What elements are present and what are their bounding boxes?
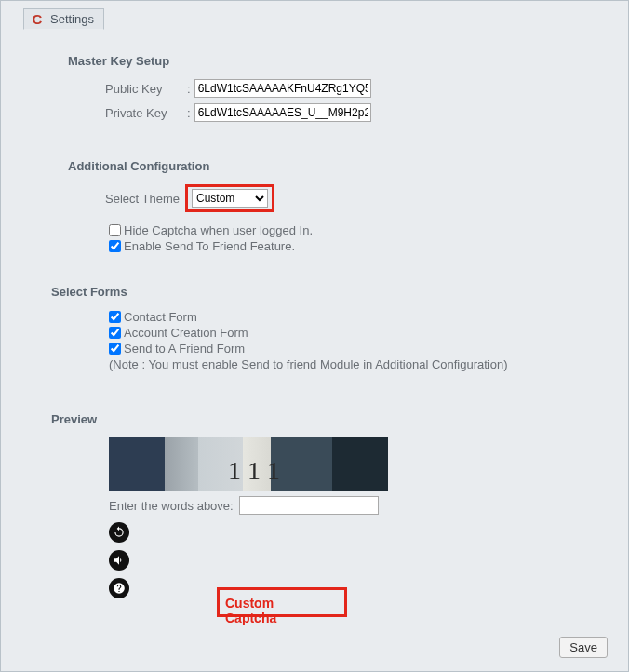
custom-captcha-callout: Custom Captcha	[217, 587, 347, 617]
enable-send-checkbox[interactable]	[109, 240, 121, 252]
preview-block: 111 Enter the words above:	[109, 437, 617, 598]
form-account-row: Account Creation Form	[109, 326, 617, 340]
form-sendfriend-checkbox[interactable]	[109, 343, 121, 355]
enter-words-row: Enter the words above:	[109, 496, 617, 515]
public-key-label: Public Key	[105, 82, 185, 96]
theme-select[interactable]: Custom	[192, 189, 268, 208]
additional-config-title: Additional Configuration	[68, 159, 617, 173]
captcha-image: 111	[109, 437, 388, 491]
save-button[interactable]: Save	[559, 637, 608, 658]
form-account-label: Account Creation Form	[124, 326, 248, 340]
captcha-text: 111	[228, 456, 288, 486]
private-key-input[interactable]	[194, 103, 371, 122]
forms-note: (Note : You must enable Send to friend M…	[109, 357, 617, 371]
form-sendfriend-row: Send to A Friend Form	[109, 342, 617, 356]
preview-title: Preview	[51, 412, 617, 426]
tab-label: Settings	[50, 12, 94, 26]
form-account-checkbox[interactable]	[109, 327, 121, 339]
select-theme-label: Select Theme	[105, 192, 180, 206]
select-theme-row: Select Theme Custom	[105, 184, 617, 212]
tab-settings[interactable]: C Settings	[23, 8, 104, 30]
captcha-controls	[109, 522, 617, 598]
callout-text: Custom Captcha	[225, 596, 328, 625]
audio-icon[interactable]	[109, 550, 129, 571]
master-key-title: Master Key Setup	[68, 54, 617, 68]
private-key-row: Private Key :	[105, 103, 617, 122]
colon: :	[187, 82, 191, 96]
enable-send-label: Enable Send To Friend Feature.	[124, 239, 295, 253]
settings-panel: C Settings Master Key Setup Public Key :…	[0, 0, 629, 672]
hide-captcha-checkbox[interactable]	[109, 224, 121, 236]
colon: :	[187, 106, 191, 120]
public-key-input[interactable]	[194, 79, 371, 98]
enable-send-row: Enable Send To Friend Feature.	[109, 239, 617, 253]
theme-highlight-box: Custom	[185, 184, 274, 212]
reload-icon[interactable]	[109, 522, 129, 543]
private-key-label: Private Key	[105, 106, 185, 120]
public-key-row: Public Key :	[105, 79, 617, 98]
select-forms-title: Select Forms	[51, 285, 617, 299]
form-contact-row: Contact Form	[109, 310, 617, 324]
form-sendfriend-label: Send to A Friend Form	[124, 342, 245, 356]
captcha-c-icon: C	[30, 11, 45, 26]
hide-captcha-label: Hide Captcha when user logged In.	[124, 223, 313, 237]
hide-captcha-row: Hide Captcha when user logged In.	[109, 223, 617, 237]
form-contact-checkbox[interactable]	[109, 311, 121, 323]
form-contact-label: Contact Form	[124, 310, 197, 324]
enter-words-label: Enter the words above:	[109, 499, 234, 513]
help-icon[interactable]	[109, 578, 129, 598]
captcha-answer-input[interactable]	[239, 496, 379, 515]
